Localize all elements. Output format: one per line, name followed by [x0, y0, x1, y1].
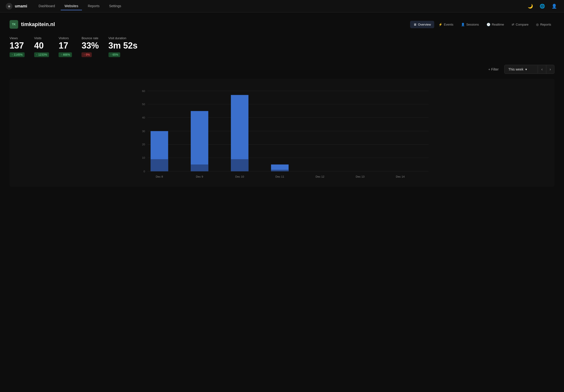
- week-selector: This week ▾ ‹ ›: [504, 65, 554, 74]
- bar-dec11-visits: [271, 170, 289, 171]
- overview-icon: 🖥: [413, 23, 416, 26]
- stat-duration-value: 3m 52s: [109, 41, 138, 50]
- tab-compare-label: Compare: [516, 23, 528, 26]
- stat-visitors: Visitors 17 ↑ 466%: [58, 36, 72, 57]
- tab-realtime-label: Realtime: [492, 23, 504, 26]
- language-button[interactable]: 🌐: [538, 3, 546, 10]
- site-tabs: 🖥 Overview ⚡ Events 👤 Sessions 🕐 Realtim…: [410, 21, 554, 28]
- stat-visitors-label: Visitors: [58, 36, 72, 40]
- tab-overview-label: Overview: [418, 23, 431, 26]
- stat-bounce-badge: ↑ 0%: [82, 52, 92, 57]
- tab-sessions-label: Sessions: [466, 23, 479, 26]
- x-label-dec12: Dec 12: [316, 175, 325, 178]
- stat-views-badge: ↑ 1145%: [10, 52, 25, 57]
- y-label-60: 60: [142, 89, 145, 92]
- stat-visits-value: 40: [34, 41, 49, 50]
- sessions-icon: 👤: [461, 23, 465, 26]
- stat-views-value: 137: [10, 41, 25, 50]
- theme-toggle-button[interactable]: 🌙: [526, 3, 534, 10]
- x-label-dec9: Dec 9: [196, 175, 203, 178]
- realtime-icon: 🕐: [487, 23, 490, 26]
- tab-reports[interactable]: ◎ Reports: [533, 21, 554, 28]
- reports-icon: ◎: [536, 23, 539, 26]
- nav-links: Dashboard Websites Reports Settings: [35, 2, 526, 10]
- x-label-dec10: Dec 10: [235, 175, 244, 178]
- tab-overview[interactable]: 🖥 Overview: [410, 21, 434, 28]
- chevron-down-icon: ▾: [525, 67, 527, 71]
- week-prev-button[interactable]: ‹: [538, 65, 546, 73]
- stat-duration-label: Visit duration: [109, 36, 138, 40]
- week-label[interactable]: This week ▾: [505, 66, 538, 73]
- nav-settings[interactable]: Settings: [105, 2, 125, 10]
- x-label-dec14: Dec 14: [396, 175, 405, 178]
- stat-visits: Visits 40 ↑ 1233%: [34, 36, 49, 57]
- bar-dec9-visits: [191, 165, 208, 171]
- stat-visitors-value: 17: [58, 41, 72, 50]
- bar-chart: 60 50 40 30 20 10 0 Dec 8: [22, 84, 550, 184]
- stat-visitors-badge: ↑ 466%: [58, 52, 72, 57]
- stat-bounce-value: 33%: [82, 41, 99, 50]
- stat-bounce-rate: Bounce rate 33% ↑ 0%: [82, 36, 99, 57]
- y-label-10: 10: [142, 156, 145, 159]
- logo-area: ◉ umami: [6, 3, 27, 10]
- bar-dec8-visits: [151, 159, 168, 171]
- compare-icon: ⇄: [512, 23, 514, 26]
- tab-reports-label: Reports: [540, 23, 551, 26]
- tab-events-label: Events: [444, 23, 453, 26]
- site-avatar: TK: [10, 20, 18, 29]
- filter-row: + Filter This week ▾ ‹ ›: [10, 65, 554, 74]
- week-label-text: This week: [508, 67, 523, 71]
- nav-dashboard[interactable]: Dashboard: [35, 2, 59, 10]
- stat-visits-badge: ↑ 1233%: [34, 52, 49, 57]
- nav-websites[interactable]: Websites: [61, 2, 82, 10]
- stat-bounce-label: Bounce rate: [82, 36, 99, 40]
- chart-container: 60 50 40 30 20 10 0 Dec 8: [10, 79, 554, 187]
- stat-duration-badge: ↑ 65%: [109, 52, 120, 57]
- x-label-dec11: Dec 11: [275, 175, 284, 178]
- week-next-button[interactable]: ›: [546, 65, 554, 73]
- logo-icon: ◉: [6, 3, 13, 10]
- stat-views: Views 137 ↑ 1145%: [10, 36, 25, 57]
- logo-text: umami: [15, 4, 27, 8]
- x-label-dec13: Dec 13: [356, 175, 365, 178]
- y-label-50: 50: [142, 103, 145, 106]
- y-label-20: 20: [142, 143, 145, 146]
- top-navigation: ◉ umami Dashboard Websites Reports Setti…: [0, 0, 564, 13]
- y-label-30: 30: [142, 129, 145, 132]
- stats-row: Views 137 ↑ 1145% Visits 40 ↑ 1233% Visi…: [10, 36, 554, 57]
- stat-views-label: Views: [10, 36, 25, 40]
- y-label-40: 40: [142, 116, 145, 119]
- events-icon: ⚡: [439, 23, 442, 26]
- tab-sessions[interactable]: 👤 Sessions: [458, 21, 482, 28]
- nav-actions: 🌙 🌐 👤: [526, 3, 558, 10]
- site-header: TK timkapitein.nl 🖥 Overview ⚡ Events 👤 …: [10, 20, 554, 29]
- nav-reports[interactable]: Reports: [84, 2, 103, 10]
- site-name: timkapitein.nl: [21, 21, 55, 28]
- bar-dec9-views: [191, 111, 208, 171]
- stat-visit-duration: Visit duration 3m 52s ↑ 65%: [109, 36, 138, 57]
- tab-compare[interactable]: ⇄ Compare: [508, 21, 532, 28]
- filter-button[interactable]: + Filter: [485, 66, 501, 73]
- site-title-area: TK timkapitein.nl: [10, 20, 55, 29]
- tab-events[interactable]: ⚡ Events: [435, 21, 457, 28]
- tab-realtime[interactable]: 🕐 Realtime: [483, 21, 507, 28]
- user-menu-button[interactable]: 👤: [550, 3, 558, 10]
- x-label-dec8: Dec 8: [156, 175, 163, 178]
- bar-dec10-visits: [231, 159, 248, 171]
- stat-visits-label: Visits: [34, 36, 49, 40]
- page-content: TK timkapitein.nl 🖥 Overview ⚡ Events 👤 …: [0, 13, 564, 195]
- y-label-0: 0: [144, 170, 145, 173]
